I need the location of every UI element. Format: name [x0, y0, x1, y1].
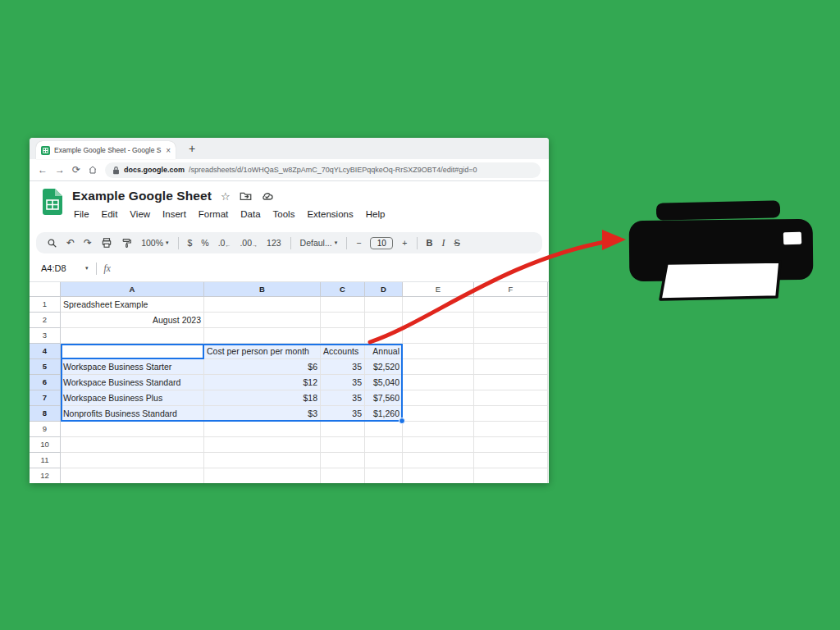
- select-all-corner[interactable]: [30, 282, 61, 297]
- cell-D6[interactable]: $5,040: [365, 375, 403, 390]
- row-header-7[interactable]: 7: [30, 390, 61, 406]
- cloud-status-icon[interactable]: [261, 191, 274, 201]
- cell-E1[interactable]: [403, 297, 474, 313]
- cell-C6[interactable]: 35: [321, 375, 365, 390]
- row-header-8[interactable]: 8: [30, 406, 61, 422]
- cell-E2[interactable]: [403, 313, 474, 328]
- cell-C10[interactable]: [321, 437, 365, 453]
- cell-B2[interactable]: [204, 313, 321, 328]
- row-header-10[interactable]: 10: [30, 437, 61, 453]
- browser-tab[interactable]: Example Google Sheet - Google S ×: [36, 141, 176, 159]
- cell-B3[interactable]: [204, 328, 321, 344]
- cell-C4[interactable]: Accounts: [321, 344, 365, 359]
- cell-A9[interactable]: [61, 422, 204, 437]
- cell-B4[interactable]: Cost per person per month: [204, 344, 321, 359]
- star-icon[interactable]: ☆: [221, 190, 231, 203]
- cell-B11[interactable]: [204, 453, 321, 468]
- cell-C11[interactable]: [321, 453, 365, 468]
- zoom-select[interactable]: 100% ▾: [141, 238, 168, 248]
- cell-F9[interactable]: [474, 422, 548, 437]
- cell-B9[interactable]: [204, 422, 321, 437]
- cell-D12[interactable]: [365, 468, 403, 483]
- cell-E4[interactable]: [403, 344, 474, 359]
- cell-E11[interactable]: [403, 453, 474, 468]
- increase-font-size-button[interactable]: +: [402, 238, 407, 248]
- menu-help[interactable]: Help: [366, 209, 386, 219]
- cell-F5[interactable]: [474, 359, 548, 375]
- row-header-11[interactable]: 11: [30, 453, 61, 468]
- cell-F10[interactable]: [474, 437, 548, 453]
- cell-B6[interactable]: $12: [204, 375, 321, 390]
- decrease-decimal-button[interactable]: .0←: [218, 238, 231, 248]
- cell-E6[interactable]: [403, 375, 474, 390]
- cell-D11[interactable]: [365, 453, 403, 468]
- cell-D9[interactable]: [365, 422, 403, 437]
- cell-F3[interactable]: [474, 328, 548, 344]
- cell-F6[interactable]: [474, 375, 548, 390]
- percent-format-button[interactable]: %: [201, 238, 208, 248]
- cell-F7[interactable]: [474, 390, 548, 406]
- menu-view[interactable]: View: [130, 209, 150, 219]
- sheets-logo-icon[interactable]: [42, 189, 63, 218]
- cell-D10[interactable]: [365, 437, 403, 453]
- cell-E7[interactable]: [403, 390, 474, 406]
- row-header-6[interactable]: 6: [30, 375, 61, 390]
- cell-A12[interactable]: [61, 468, 204, 483]
- row-header-9[interactable]: 9: [30, 422, 61, 437]
- cell-E5[interactable]: [403, 359, 474, 375]
- cell-A11[interactable]: [61, 453, 204, 468]
- cell-B1[interactable]: [204, 297, 321, 313]
- cell-E9[interactable]: [403, 422, 474, 437]
- menu-edit[interactable]: Edit: [102, 209, 118, 219]
- cell-D3[interactable]: [365, 328, 403, 344]
- cell-C5[interactable]: 35: [321, 359, 365, 375]
- column-header-B[interactable]: B: [204, 282, 321, 297]
- font-select[interactable]: Defaul... ▾: [300, 238, 338, 248]
- forward-icon[interactable]: →: [55, 165, 65, 175]
- cell-A10[interactable]: [61, 437, 204, 453]
- print-icon[interactable]: [101, 237, 112, 249]
- cell-A4[interactable]: [61, 344, 204, 359]
- cell-E3[interactable]: [403, 328, 474, 344]
- doc-title[interactable]: Example Google Sheet: [72, 189, 212, 203]
- bold-button[interactable]: B: [427, 238, 433, 248]
- more-formats-button[interactable]: 123: [267, 238, 281, 248]
- cell-A7[interactable]: Workspace Business Plus: [61, 390, 204, 406]
- redo-icon[interactable]: ↷: [84, 238, 92, 248]
- cell-B7[interactable]: $18: [204, 390, 321, 406]
- cell-C7[interactable]: 35: [321, 390, 365, 406]
- cell-D8[interactable]: $1,260: [365, 406, 403, 422]
- menu-insert[interactable]: Insert: [162, 209, 186, 219]
- column-header-C[interactable]: C: [321, 282, 365, 297]
- cell-E12[interactable]: [403, 468, 474, 483]
- cell-C8[interactable]: 35: [321, 406, 365, 422]
- menu-format[interactable]: Format: [199, 209, 228, 219]
- reload-icon[interactable]: ⟳: [72, 165, 80, 175]
- cell-D4[interactable]: Annual: [365, 344, 403, 359]
- undo-icon[interactable]: ↶: [66, 238, 75, 248]
- cell-C3[interactable]: [321, 328, 365, 344]
- address-input[interactable]: docs.google.com/spreadsheets/d/1oWHQaS_w…: [105, 162, 541, 178]
- menu-data[interactable]: Data: [240, 209, 260, 219]
- column-header-E[interactable]: E: [403, 282, 474, 297]
- back-icon[interactable]: ←: [38, 165, 48, 175]
- search-icon[interactable]: [47, 238, 57, 249]
- italic-button[interactable]: I: [441, 237, 445, 249]
- cell-B8[interactable]: $3: [204, 406, 321, 422]
- cell-A6[interactable]: Workspace Business Standard: [61, 375, 204, 390]
- cell-B10[interactable]: [204, 437, 321, 453]
- cell-A1[interactable]: Spreadsheet Example: [61, 297, 204, 313]
- cell-D7[interactable]: $7,560: [365, 390, 403, 406]
- cell-F4[interactable]: [474, 344, 548, 359]
- cell-D2[interactable]: [365, 313, 403, 328]
- strikethrough-button[interactable]: S: [454, 238, 459, 248]
- row-header-5[interactable]: 5: [30, 359, 61, 375]
- column-header-D[interactable]: D: [365, 282, 403, 297]
- cell-A3[interactable]: [61, 328, 204, 344]
- cell-D1[interactable]: [365, 297, 403, 313]
- cell-F11[interactable]: [474, 453, 548, 468]
- row-header-2[interactable]: 2: [30, 313, 61, 328]
- cell-C1[interactable]: [321, 297, 365, 313]
- move-folder-icon[interactable]: [240, 191, 252, 201]
- cell-C2[interactable]: [321, 313, 365, 328]
